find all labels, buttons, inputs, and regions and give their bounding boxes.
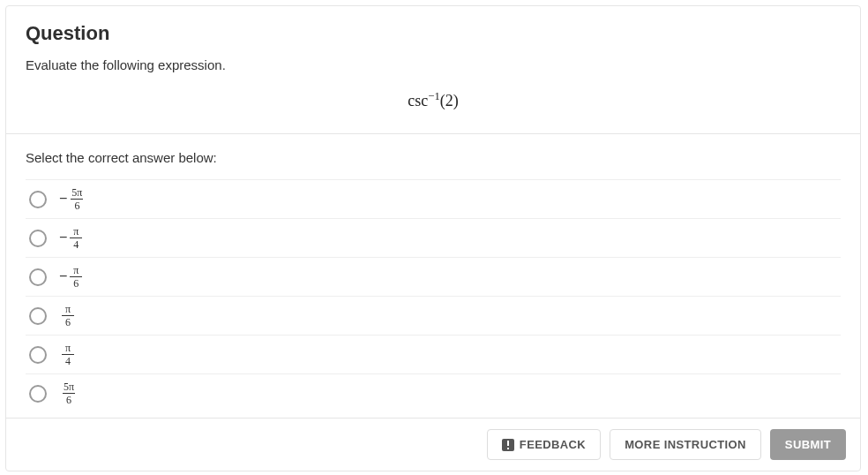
- answer-instruction: Select the correct answer below:: [26, 150, 841, 165]
- submit-button[interactable]: SUBMIT: [770, 429, 846, 460]
- expression-func: csc: [408, 92, 428, 109]
- choice-num: 5π: [62, 381, 76, 393]
- choice-num: π: [64, 304, 72, 315]
- answer-section: Select the correct answer below: − 5π 6 …: [6, 133, 860, 418]
- choice-math: − 5π 6: [59, 187, 84, 211]
- choice-math: − π 4: [59, 226, 82, 250]
- exclaim-icon: [502, 439, 514, 451]
- choice-num: π: [71, 265, 80, 276]
- choice-math: 5π 6: [59, 381, 76, 405]
- choice-num: π: [71, 226, 80, 238]
- answer-choice-4[interactable]: π 4: [26, 335, 841, 373]
- radio-icon: [29, 346, 47, 364]
- choice-den: 6: [62, 315, 74, 328]
- choice-den: 6: [71, 199, 83, 211]
- expression-exponent: −1: [428, 90, 439, 102]
- radio-icon: [29, 385, 47, 403]
- choice-sign: −: [59, 230, 67, 245]
- choice-sign: −: [59, 268, 67, 284]
- choice-den: 4: [70, 238, 82, 250]
- radio-icon: [29, 191, 47, 208]
- question-card: Question Evaluate the following expressi…: [5, 5, 861, 471]
- choice-fraction: π 4: [70, 226, 82, 250]
- choice-math: − π 6: [59, 265, 82, 289]
- choice-num: 5π: [70, 187, 84, 199]
- choice-sign: −: [59, 191, 67, 207]
- submit-label: SUBMIT: [785, 438, 831, 451]
- choice-fraction: π 6: [70, 265, 82, 289]
- expression-arg: (2): [440, 92, 459, 109]
- answer-choice-1[interactable]: − π 4: [26, 218, 841, 257]
- answer-choice-5[interactable]: 5π 6: [26, 373, 841, 412]
- question-heading: Question: [26, 22, 841, 45]
- choice-fraction: 5π 6: [70, 187, 84, 211]
- answer-choice-3[interactable]: π 6: [26, 296, 841, 335]
- radio-icon: [29, 268, 47, 286]
- choice-num: π: [64, 343, 72, 354]
- radio-icon: [29, 230, 47, 247]
- more-instruction-label: MORE INSTRUCTION: [625, 438, 746, 451]
- footer-actions: FEEDBACK MORE INSTRUCTION SUBMIT: [6, 418, 860, 471]
- choice-math: π 4: [59, 343, 74, 366]
- question-expression: csc−1(2): [26, 92, 841, 110]
- feedback-label: FEEDBACK: [520, 438, 586, 451]
- choice-math: π 6: [59, 304, 74, 328]
- answer-choice-0[interactable]: − 5π 6: [26, 179, 841, 218]
- choice-fraction: π 6: [62, 304, 74, 328]
- choice-den: 6: [70, 276, 82, 289]
- choice-den: 6: [63, 393, 75, 405]
- more-instruction-button[interactable]: MORE INSTRUCTION: [610, 429, 761, 460]
- answer-choice-2[interactable]: − π 6: [26, 257, 841, 296]
- choice-fraction: π 4: [62, 343, 74, 366]
- choice-den: 4: [62, 354, 74, 366]
- radio-icon: [29, 307, 47, 325]
- choice-fraction: 5π 6: [62, 381, 76, 405]
- feedback-button[interactable]: FEEDBACK: [487, 429, 601, 460]
- question-prompt: Evaluate the following expression.: [26, 57, 841, 72]
- question-section: Question Evaluate the following expressi…: [6, 6, 860, 133]
